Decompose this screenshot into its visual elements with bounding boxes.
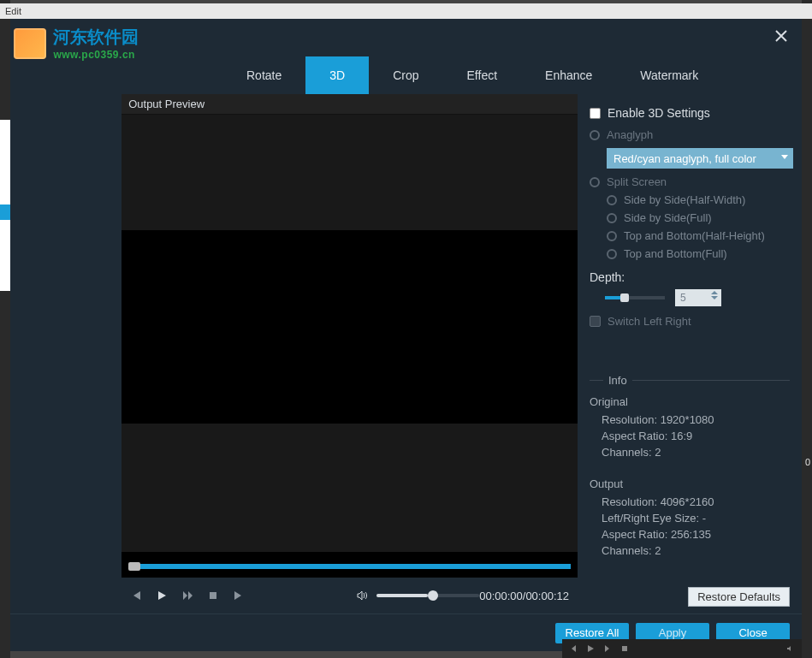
progress-thumb[interactable] (128, 562, 140, 571)
info-divider: Info (590, 374, 790, 387)
switch-lr-label: Switch Left Right (608, 315, 691, 328)
tab-crop[interactable]: Crop (369, 56, 442, 94)
watermark-url: www.pc0359.cn (53, 49, 139, 61)
anaglyph-select[interactable]: Red/cyan anaglyph, full color (607, 148, 793, 169)
original-title: Original (590, 395, 790, 408)
volume-icon[interactable] (356, 590, 368, 602)
close-icon (775, 30, 787, 42)
tab-rotate[interactable]: Rotate (222, 56, 305, 94)
split-screen-radio[interactable] (590, 177, 600, 187)
restore-defaults-button[interactable]: Restore Defaults (688, 587, 790, 607)
split-screen-label: Split Screen (607, 175, 667, 188)
depth-label: Depth: (590, 270, 790, 284)
volume-thumb[interactable] (428, 590, 438, 601)
background-left-strip (0, 0, 10, 658)
depth-spinner[interactable]: 5 (675, 289, 721, 306)
close-button[interactable] (771, 26, 791, 46)
tb-half-radio[interactable] (607, 231, 617, 241)
output-title: Output (590, 477, 790, 490)
settings-panel: Enable 3D Settings Anaglyph Red/cyan ana… (578, 94, 802, 614)
mini-play-icon (586, 644, 595, 653)
anaglyph-radio[interactable] (590, 130, 600, 140)
volume-fill (376, 594, 428, 597)
volume-slider[interactable] (376, 594, 479, 597)
background-player-controls (562, 639, 802, 658)
depth-slider[interactable] (605, 296, 665, 299)
playback-progress[interactable] (128, 564, 571, 569)
mini-stop-icon (620, 644, 629, 653)
player-controls: 00:00:00/00:00:12 (122, 578, 578, 614)
depth-value: 5 (680, 292, 686, 304)
output-aspect: Aspect Ratio: 256:135 (602, 528, 790, 541)
output-resolution: Resolution: 4096*2160 (602, 495, 790, 508)
tb-half-label: Top and Bottom(Half-Height) (624, 229, 765, 242)
tab-bar: Rotate 3D Crop Effect Enhance Watermark (222, 56, 802, 94)
preview-column: Output Preview (122, 94, 578, 614)
spinner-down-icon[interactable] (711, 296, 718, 299)
watermark-title: 河东软件园 (53, 26, 139, 49)
chevron-down-icon (781, 155, 788, 159)
next-button[interactable] (233, 590, 245, 602)
preview-letterbox-top (122, 115, 578, 230)
fast-forward-button[interactable] (181, 590, 193, 602)
left-padding (10, 94, 122, 614)
sbs-full-label: Side by Side(Full) (624, 211, 712, 224)
output-channels: Channels: 2 (602, 544, 790, 557)
tb-full-label: Top and Bottom(Full) (624, 247, 727, 260)
depth-slider-thumb[interactable] (620, 293, 629, 302)
background-blue-tab (0, 205, 10, 220)
original-resolution: Resolution: 1920*1080 (602, 413, 790, 426)
info-header: Info (603, 374, 632, 387)
site-watermark: 河东软件园 www.pc0359.cn (14, 26, 139, 61)
output-eye-size: Left/Right Eye Size: - (602, 512, 790, 525)
output-preview-label: Output Preview (122, 94, 578, 115)
anaglyph-select-value: Red/cyan anaglyph, full color (613, 152, 756, 165)
tab-effect[interactable]: Effect (443, 56, 522, 94)
content-area: Output Preview (10, 94, 802, 614)
depth-slider-fill (605, 296, 622, 299)
mini-next-icon (603, 644, 612, 653)
original-aspect: Aspect Ratio: 16:9 (602, 430, 790, 442)
time-display: 00:00:00/00:00:12 (479, 590, 569, 602)
window-titlebar: Edit (0, 3, 812, 19)
mini-volume-icon (786, 644, 795, 653)
preview-letterbox-bottom (122, 424, 578, 552)
watermark-logo-icon (14, 28, 46, 59)
play-button[interactable] (156, 590, 168, 602)
enable-3d-checkbox[interactable] (590, 108, 601, 119)
tb-full-radio[interactable] (607, 249, 617, 259)
mini-prev-icon (569, 644, 578, 653)
enable-3d-label: Enable 3D Settings (608, 106, 710, 120)
svg-rect-1 (622, 646, 627, 651)
original-channels: Channels: 2 (602, 446, 790, 459)
video-preview[interactable] (122, 115, 578, 578)
svg-rect-0 (210, 592, 216, 599)
spinner-up-icon[interactable] (711, 291, 718, 294)
background-right-strip (802, 0, 812, 658)
tab-enhance[interactable]: Enhance (521, 56, 616, 94)
sbs-half-label: Side by Side(Half-Width) (624, 193, 745, 206)
edit-dialog: 河东软件园 www.pc0359.cn Rotate 3D Crop Effec… (10, 19, 802, 651)
anaglyph-label: Anaglyph (607, 128, 653, 141)
stop-button[interactable] (207, 590, 219, 602)
window-title: Edit (5, 6, 21, 16)
prev-button[interactable] (130, 590, 142, 602)
tab-3d[interactable]: 3D (305, 56, 369, 94)
sbs-full-radio[interactable] (607, 213, 617, 223)
sbs-half-radio[interactable] (607, 195, 617, 205)
tab-watermark[interactable]: Watermark (616, 56, 722, 94)
switch-lr-checkbox[interactable] (590, 316, 601, 327)
background-number: 0 (805, 457, 810, 467)
